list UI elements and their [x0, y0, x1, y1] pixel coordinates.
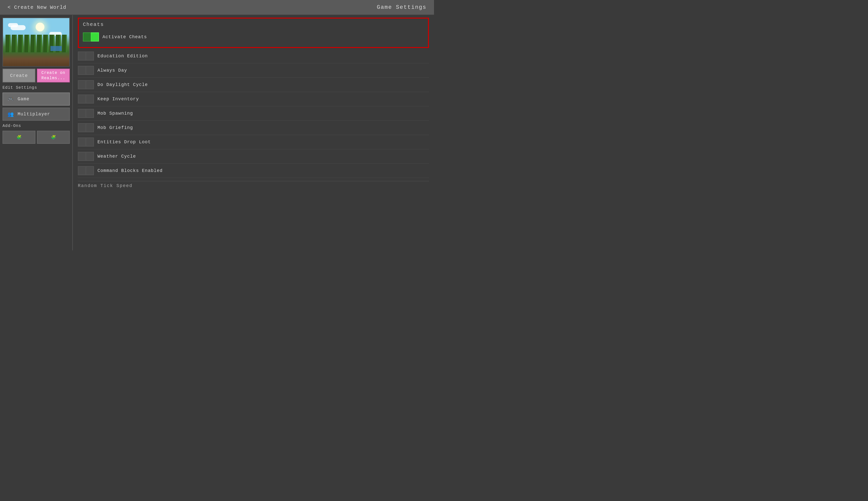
command-blocks-label: Command Blocks Enabled — [97, 168, 163, 173]
command-blocks-row: Command Blocks Enabled — [78, 164, 429, 178]
toggle-left — [78, 95, 86, 104]
toggle-right — [86, 152, 94, 161]
toggle-right — [86, 109, 94, 118]
addon-icon-1: 🧩 — [17, 135, 22, 140]
multiplayer-icon: 👥 — [6, 110, 15, 119]
keep-inventory-toggle[interactable] — [78, 95, 94, 104]
command-blocks-toggle[interactable] — [78, 166, 94, 175]
do-daylight-cycle-label: Do Daylight Cycle — [97, 82, 148, 87]
create-button[interactable]: Create — [2, 68, 35, 83]
toggle-left — [78, 52, 86, 61]
toggle-right — [86, 166, 94, 175]
cloud-decoration-2 — [8, 23, 18, 27]
addons-label: Add-Ons — [2, 123, 70, 129]
keep-inventory-label: Keep Inventory — [97, 97, 139, 102]
random-tick-speed-row: Random Tick Speed — [78, 178, 429, 191]
always-day-label: Always Day — [97, 68, 127, 73]
toggle-left — [78, 66, 86, 75]
back-button[interactable]: < Create New World — [8, 4, 66, 10]
addon-item-2[interactable]: 🧩 — [37, 131, 70, 144]
toggle-right — [86, 95, 94, 104]
toggle-left — [78, 109, 86, 118]
entities-drop-loot-toggle[interactable] — [78, 138, 94, 147]
do-daylight-cycle-toggle[interactable] — [78, 80, 94, 89]
mob-griefing-label: Mob Griefing — [97, 125, 133, 130]
toggle-right — [86, 80, 94, 89]
toggle-right — [86, 123, 94, 132]
sidebar-item-multiplayer[interactable]: 👥 Multiplayer — [2, 108, 70, 121]
sidebar-item-game[interactable]: 🎮 Game — [2, 93, 70, 106]
addon-item-1[interactable]: 🧩 — [2, 131, 35, 144]
addon-icon-2: 🧩 — [51, 135, 56, 140]
toggle-left — [78, 166, 86, 175]
create-buttons-row: Create Create onRealms... — [2, 68, 70, 83]
toggle-right — [86, 52, 94, 61]
activate-cheats-label: Activate Cheats — [102, 34, 147, 40]
weather-cycle-label: Weather Cycle — [97, 154, 136, 159]
mob-spawning-label: Mob Spawning — [97, 111, 133, 116]
mob-griefing-toggle[interactable] — [78, 123, 94, 132]
edit-settings-label: Edit Settings — [2, 84, 70, 90]
right-panel: Cheats Activate Cheats Education Edition — [73, 15, 434, 250]
game-icon: 🎮 — [6, 95, 15, 104]
activate-cheats-row: Activate Cheats — [83, 30, 424, 44]
do-daylight-cycle-row: Do Daylight Cycle — [78, 78, 429, 92]
header: < Create New World Game Settings — [0, 0, 434, 15]
multiplayer-nav-label: Multiplayer — [18, 111, 50, 117]
toggle-right — [86, 138, 94, 147]
page-title: Game Settings — [377, 4, 427, 11]
water-decoration — [51, 46, 62, 51]
education-edition-row: Education Edition — [78, 49, 429, 63]
toggle-left — [78, 123, 86, 132]
always-day-row: Always Day — [78, 63, 429, 78]
left-panel: Create Create onRealms... Edit Settings … — [0, 15, 73, 250]
toggle-right-block — [91, 32, 99, 42]
cheats-title: Cheats — [83, 22, 424, 28]
mob-spawning-toggle[interactable] — [78, 109, 94, 118]
random-tick-speed-label: Random Tick Speed — [78, 181, 429, 189]
mob-spawning-row: Mob Spawning — [78, 106, 429, 121]
entities-drop-loot-row: Entities Drop Loot — [78, 135, 429, 149]
world-preview — [2, 18, 70, 67]
toggle-left — [78, 152, 86, 161]
mob-griefing-row: Mob Griefing — [78, 121, 429, 135]
entities-drop-loot-label: Entities Drop Loot — [97, 139, 151, 145]
toggle-left-block — [83, 32, 91, 42]
weather-cycle-toggle[interactable] — [78, 152, 94, 161]
toggle-right — [86, 66, 94, 75]
sun-decoration — [36, 23, 44, 31]
game-nav-label: Game — [18, 97, 29, 102]
keep-inventory-row: Keep Inventory — [78, 92, 429, 106]
always-day-toggle[interactable] — [78, 66, 94, 75]
create-on-realms-button[interactable]: Create onRealms... — [37, 68, 70, 83]
toggle-left — [78, 80, 86, 89]
main-layout: Create Create onRealms... Edit Settings … — [0, 15, 434, 250]
activate-cheats-toggle[interactable] — [83, 32, 99, 42]
toggle-left — [78, 138, 86, 147]
education-edition-label: Education Edition — [97, 54, 148, 58]
addons-row: 🧩 🧩 — [2, 131, 70, 144]
education-edition-toggle[interactable] — [78, 52, 94, 61]
cheats-section: Cheats Activate Cheats — [78, 18, 429, 48]
weather-cycle-row: Weather Cycle — [78, 149, 429, 164]
